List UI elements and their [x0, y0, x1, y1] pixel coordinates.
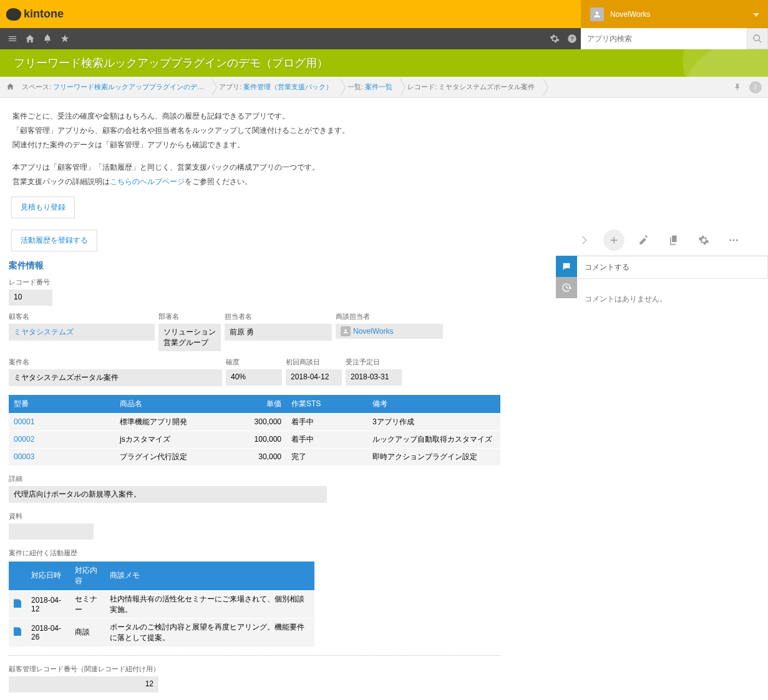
salesrep-chip[interactable]: NovelWorks	[336, 324, 443, 339]
top-bar: kintone NovelWorks	[0, 0, 768, 28]
col-price: 単価	[224, 395, 286, 414]
page-title: フリーワード検索ルックアッププラグインのデモ（ブログ用）	[14, 56, 328, 70]
user-name: NovelWorks	[610, 10, 650, 19]
breadcrumb-list: 一覧: 案件一覧	[340, 77, 400, 98]
record-link-icon[interactable]	[9, 590, 26, 618]
table-row: 2018-04-26 商談 ポータルのご検討内容と展望を再度ヒアリング。機能要件…	[9, 618, 314, 646]
app-header: フリーワード検索ルックアッププラグインのデモ（ブログ用）	[0, 49, 768, 77]
detail-label: 詳細	[9, 474, 500, 484]
settings-button[interactable]	[693, 230, 714, 251]
casename-value: ミヤタシステムズポータル案件	[9, 369, 222, 386]
firstmeet-value: 2018-04-12	[286, 369, 342, 386]
activities-label: 案件に紐付く活動履歴	[9, 548, 500, 558]
activity-register-button[interactable]: 活動履歴を登録する	[11, 230, 97, 251]
pin-icon[interactable]	[731, 80, 746, 95]
logo-icon	[6, 8, 21, 21]
firstmeet-label: 初回商談日	[286, 357, 342, 367]
col-status: 作業STS	[286, 395, 367, 414]
detail-value: 代理店向けポータルの新規導入案件。	[9, 486, 327, 503]
dept-value: ソリューション営業グループ	[158, 324, 221, 351]
expected-value: 2018-03-31	[346, 369, 402, 386]
col-name: 商品名	[115, 395, 224, 414]
comments-sidebar: コメントする コメントはありません。	[556, 255, 768, 319]
search-button[interactable]	[747, 28, 768, 49]
chevron-down-icon	[753, 10, 759, 19]
bell-icon[interactable]	[39, 28, 56, 49]
record-no-label: レコード番号	[9, 278, 500, 287]
breadcrumb-app: アプリ: 案件管理（営業支援パック）	[211, 77, 340, 98]
logo[interactable]: kintone	[6, 7, 64, 21]
gear-icon[interactable]	[546, 28, 563, 49]
app-description: 案件ごとに、受注の確度や金額はもちろん、商談の履歴も記録できるアプリです。 「顧…	[0, 98, 768, 195]
edit-button[interactable]	[633, 230, 654, 251]
breadcrumb-home-icon[interactable]	[6, 82, 14, 92]
breadcrumb-record: レコード: ミヤタシステムズポータル案件	[400, 77, 542, 98]
help-icon[interactable]: ?	[563, 28, 581, 49]
customer-label: 顧客名	[9, 312, 155, 321]
avatar-icon	[341, 326, 351, 336]
col-date: 対応日時	[26, 561, 70, 591]
svg-point-2	[729, 240, 731, 241]
product-code[interactable]: 00003	[9, 448, 115, 465]
col-type: 対応内容	[70, 561, 105, 591]
related-label: 顧客管理レコード番号（関連レコード紐付け用）	[9, 664, 500, 674]
quote-register-button[interactable]: 見積もり登録	[11, 197, 75, 218]
search-box	[581, 28, 768, 49]
svg-point-3	[733, 240, 735, 241]
tab-history[interactable]	[556, 277, 577, 298]
star-icon[interactable]	[56, 28, 74, 49]
info-icon[interactable]: i	[749, 81, 762, 94]
expected-label: 受注予定日	[346, 357, 402, 367]
attachments-label: 資料	[9, 512, 500, 521]
comments-title[interactable]: コメントする	[577, 256, 768, 279]
search-input[interactable]	[581, 28, 747, 49]
customer-link[interactable]: ミヤタシステムズ	[9, 324, 155, 341]
col-code: 型番	[9, 395, 115, 414]
copy-button[interactable]	[663, 230, 684, 251]
table-row: 2018-04-12 セミナー 社内情報共有の活性化セミナーにご来場されて、個別…	[9, 590, 314, 618]
breadcrumb-app-link[interactable]: 案件管理（営業支援パック）	[243, 82, 333, 92]
next-icon[interactable]	[573, 230, 595, 251]
menu-icon[interactable]	[4, 28, 21, 49]
table-row: 00003 プラグイン代行設定 30,000 完了 即時アクションプラグイン設定	[9, 448, 500, 465]
col-memo: 商談メモ	[105, 561, 314, 591]
activities-table: 対応日時 対応内容 商談メモ 2018-04-12 セミナー 社内情報共有の活性…	[9, 561, 314, 646]
contact-label: 担当者名	[225, 312, 332, 321]
col-notes: 備考	[367, 395, 500, 414]
home-icon[interactable]	[21, 28, 39, 49]
contact-value: 前原 勇	[225, 324, 332, 341]
svg-text:?: ?	[570, 36, 574, 42]
avatar-icon	[590, 7, 604, 21]
dept-label: 部署名	[158, 312, 221, 321]
section-case-info: 案件情報	[9, 260, 500, 271]
help-page-link[interactable]: こちらのヘルプページ	[110, 177, 185, 186]
attachments-value	[9, 523, 94, 540]
svg-point-4	[736, 240, 738, 241]
probability-label: 確度	[226, 357, 282, 367]
casename-label: 案件名	[9, 357, 222, 367]
tab-comments[interactable]	[556, 256, 577, 277]
logo-text: kintone	[24, 7, 64, 21]
record-no-value: 10	[9, 289, 52, 306]
product-code[interactable]: 00002	[9, 430, 115, 448]
comments-empty: コメントはありません。	[577, 279, 768, 319]
global-nav: ?	[0, 28, 768, 49]
breadcrumb: スペース: フリーワード検索ルックアッププラグインのデ… アプリ: 案件管理（営…	[0, 77, 768, 98]
user-menu[interactable]: NovelWorks	[581, 0, 768, 28]
add-button[interactable]	[603, 230, 625, 251]
record-link-icon[interactable]	[9, 618, 26, 646]
table-row: 00001 標準機能アプリ開発 300,000 着手中 3アプリ作成	[9, 413, 500, 430]
probability-value: 40%	[226, 369, 282, 386]
breadcrumb-space: スペース: フリーワード検索ルックアッププラグインのデ…	[14, 77, 211, 98]
products-table: 型番 商品名 単価 作業STS 備考 00001 標準機能アプリ開発 300,0…	[9, 395, 500, 465]
breadcrumb-list-link[interactable]: 案件一覧	[365, 82, 392, 92]
related-value: 12	[9, 676, 158, 693]
breadcrumb-space-link[interactable]: フリーワード検索ルックアッププラグインのデ…	[53, 82, 204, 92]
salesrep-label: 商談担当者	[336, 312, 443, 321]
more-button[interactable]	[723, 230, 744, 251]
product-code[interactable]: 00001	[9, 413, 115, 430]
table-row: 00002 jsカスタマイズ 100,000 着手中 ルックアップ自動取得カスタ…	[9, 430, 500, 448]
